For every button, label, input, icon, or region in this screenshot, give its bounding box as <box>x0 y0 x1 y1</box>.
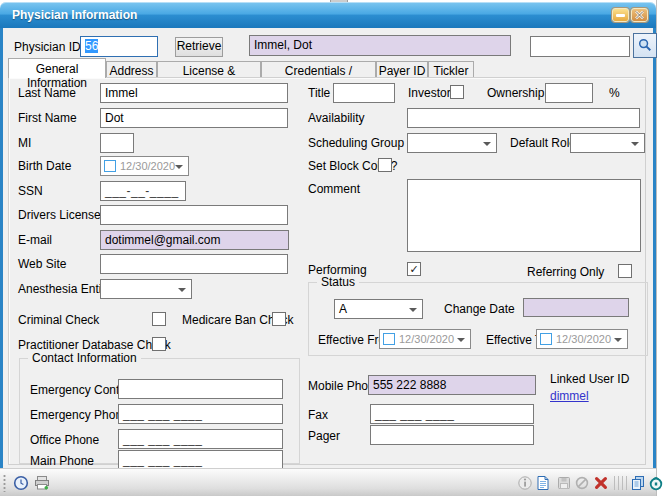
effective-from-picker[interactable]: 12/30/2020 <box>379 329 471 349</box>
info-icon[interactable] <box>517 475 533 491</box>
ssn-label: SSN <box>18 184 43 198</box>
ownership-percent-label: % <box>609 86 620 100</box>
mi-input[interactable] <box>100 133 134 153</box>
window-right-border <box>653 28 656 468</box>
email-label: E-mail <box>18 233 52 247</box>
copy-icon[interactable] <box>630 475 646 491</box>
search-button[interactable] <box>633 33 657 58</box>
check-icon: ✓ <box>409 263 418 275</box>
physician-id-selected-text: 56 <box>85 39 98 53</box>
parent-background-strip <box>656 0 663 496</box>
tab-general-information[interactable]: General Information <box>8 58 106 78</box>
lock-icon[interactable] <box>648 475 663 491</box>
chevron-down-icon <box>631 142 639 146</box>
effective-from-checkbox[interactable] <box>383 333 395 345</box>
ownership-label: Ownership <box>487 86 544 100</box>
birth-date-checkbox[interactable] <box>104 160 116 172</box>
birth-date-value: 12/30/2020 <box>120 160 175 172</box>
anesthesia-entity-label: Anesthesia Entity <box>18 282 111 296</box>
default-role-select[interactable] <box>570 133 645 153</box>
title-label: Title <box>308 86 330 100</box>
comment-label: Comment <box>308 182 360 196</box>
toolbar-grip[interactable] <box>3 474 6 492</box>
office-phone-input[interactable]: ___ ___ ____ <box>118 429 283 449</box>
medicare-ban-check-checkbox[interactable] <box>272 312 286 326</box>
emergency-phone-input[interactable]: ___ ___ ____ <box>118 404 283 424</box>
title-input[interactable] <box>333 83 395 103</box>
ssn-input[interactable]: ___-__-____ <box>100 181 186 201</box>
tab-tickler[interactable]: Tickler <box>428 61 474 78</box>
web-site-label: Web Site <box>18 257 66 271</box>
practitioner-database-check-label: Practitioner Database Check <box>18 338 171 352</box>
change-date-field <box>523 298 629 317</box>
emergency-contact-input[interactable] <box>118 379 283 399</box>
effective-to-checkbox[interactable] <box>540 333 552 345</box>
performing-checkbox[interactable]: ✓ <box>407 262 421 276</box>
ssn-mask: ___-__-____ <box>105 184 179 198</box>
set-block-color-checkbox[interactable] <box>378 158 392 172</box>
ownership-input[interactable] <box>545 83 593 103</box>
tab-credentials-insurance[interactable]: Credentials / Insurance <box>261 61 376 78</box>
minimize-button[interactable] <box>612 8 629 22</box>
criminal-check-checkbox[interactable] <box>152 312 166 326</box>
availability-label: Availability <box>308 111 364 125</box>
clock-icon[interactable] <box>13 475 29 491</box>
fax-input[interactable]: ___ ___ ____ <box>370 404 534 424</box>
window-title: Physician Information <box>12 8 137 22</box>
status-value: A <box>339 302 347 316</box>
linked-user-id-link[interactable]: dimmel <box>550 389 589 403</box>
comment-textarea[interactable] <box>407 179 641 252</box>
client-area: Physician ID 56 Retrieve Immel, Dot Gene… <box>3 28 653 468</box>
mi-label: MI <box>18 136 31 150</box>
first-name-input[interactable]: Dot <box>100 108 288 128</box>
effective-from-value: 12/30/2020 <box>399 333 454 345</box>
search-icon <box>637 37 653 53</box>
anesthesia-entity-select[interactable] <box>100 279 192 299</box>
main-phone-input[interactable]: ___ ___ ____ <box>118 450 283 470</box>
contact-information-groupbox: Contact Information Emergency Contact Em… <box>19 358 300 464</box>
chevron-down-icon <box>178 288 186 292</box>
contact-information-title: Contact Information <box>28 351 141 365</box>
practitioner-database-check-checkbox[interactable] <box>152 337 166 351</box>
title-bar[interactable]: Physician Information <box>0 2 656 28</box>
effective-to-picker[interactable]: 12/30/2020 <box>536 329 628 349</box>
pager-input[interactable] <box>370 425 534 445</box>
drivers-license-label: Drivers License <box>18 208 101 222</box>
quick-search-input[interactable] <box>530 36 630 57</box>
tab-payer-id[interactable]: Payer ID <box>376 61 428 78</box>
physician-information-window: Physician Information Physician ID 56 Re… <box>0 2 656 496</box>
status-bar <box>0 468 656 496</box>
scheduling-group-select[interactable] <box>407 133 497 153</box>
drivers-license-input[interactable] <box>100 205 288 225</box>
emergency-phone-mask: ___ ___ ____ <box>123 407 202 421</box>
edit-document-icon[interactable] <box>535 475 551 491</box>
last-name-input[interactable]: Immel <box>100 83 288 103</box>
birth-date-label: Birth Date <box>18 159 71 173</box>
status-group-title: Status <box>317 275 359 289</box>
save-disabled-icon[interactable] <box>556 475 572 491</box>
print-icon[interactable] <box>34 475 50 491</box>
close-button[interactable] <box>631 8 648 22</box>
referring-only-checkbox[interactable] <box>618 264 632 278</box>
default-role-label: Default Role <box>510 136 576 150</box>
linked-user-id-label: Linked User ID <box>550 372 629 386</box>
pager-label: Pager <box>308 429 340 443</box>
retrieve-button[interactable]: Retrieve <box>175 37 223 57</box>
availability-input[interactable] <box>407 108 640 128</box>
investor-checkbox[interactable] <box>450 85 464 99</box>
tab-address[interactable]: Address <box>106 61 157 78</box>
main-phone-label: Main Phone <box>30 454 94 468</box>
change-date-label: Change Date <box>444 302 515 316</box>
effective-to-value: 12/30/2020 <box>556 333 611 345</box>
chevron-down-icon <box>409 308 417 312</box>
physician-id-input[interactable]: 56 <box>80 36 158 57</box>
delete-icon[interactable] <box>593 475 609 491</box>
tab-license-privileges[interactable]: License & Privileges <box>157 61 261 78</box>
email-input[interactable]: dotimmel@gmail.com <box>100 230 289 250</box>
status-select[interactable]: A <box>334 299 423 319</box>
referring-only-label: Referring Only <box>527 265 604 279</box>
mobile-phone-input[interactable]: 555 222 8888 <box>368 375 536 395</box>
birth-date-picker[interactable]: 12/30/2020 <box>100 156 189 176</box>
web-site-input[interactable] <box>100 254 288 274</box>
void-disabled-icon[interactable] <box>574 475 590 491</box>
